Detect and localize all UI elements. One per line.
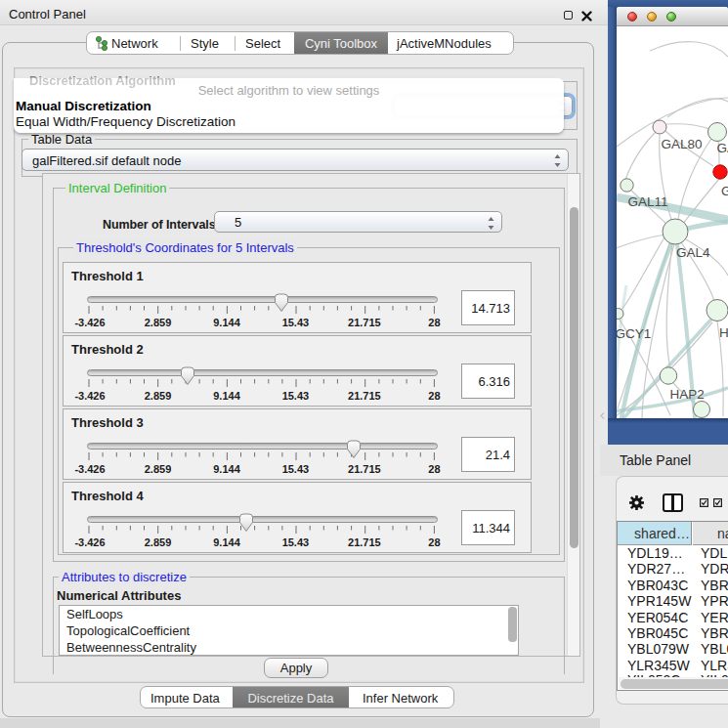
svg-text:GCY1: GCY1 <box>617 326 651 341</box>
svg-text:HAP2: HAP2 <box>670 387 705 402</box>
svg-text:H: H <box>719 325 728 340</box>
svg-text:GA: GA <box>717 141 728 155</box>
svg-text:GAL80: GAL80 <box>662 137 703 151</box>
svg-text:GAL4: GAL4 <box>676 245 710 260</box>
svg-text:GAL11: GAL11 <box>628 194 668 209</box>
svg-text:G: G <box>721 184 728 198</box>
